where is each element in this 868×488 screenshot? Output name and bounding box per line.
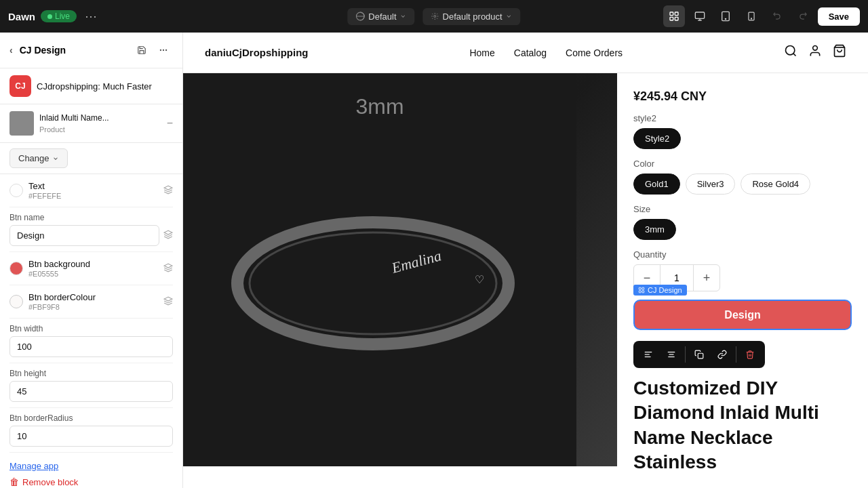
toolbar-align-center[interactable] (660, 344, 682, 365)
size-variant-group: Size 3mm (633, 204, 852, 240)
btn-border-radius-row: Btn borderRadius (9, 408, 173, 453)
btn-border-colour-hex: #FBF9F8 (28, 303, 96, 311)
change-btn-wrap: Change (0, 143, 182, 174)
store-nav-icons (784, 44, 846, 61)
btn-border-colour-text: Btn borderColour (28, 292, 96, 302)
size-option-3mm[interactable]: 3mm (633, 219, 676, 240)
product-name: Inlaid Multi Name... (39, 113, 161, 124)
product-preview: 3mm Emalina ♡ ¥245.94 CNY (183, 73, 868, 488)
toolbar-separator-2 (736, 346, 736, 363)
svg-rect-3 (675, 12, 678, 16)
selection-tool-icon[interactable] (663, 5, 685, 27)
btn-bg-layers-icon[interactable] (163, 263, 173, 274)
nav-catalog[interactable]: Catalog (514, 47, 547, 58)
style-options: Style2 (633, 128, 852, 149)
more-button[interactable]: ⋯ (82, 9, 100, 24)
color-option-gold1[interactable]: Gold1 (633, 174, 680, 195)
svg-rect-25 (639, 291, 641, 293)
btn-name-input[interactable] (9, 225, 159, 246)
theme-selector[interactable]: Default (347, 8, 414, 25)
toolbar-trash[interactable] (739, 344, 761, 365)
btn-border-layers-icon[interactable] (163, 296, 173, 308)
toolbar-separator-1 (685, 346, 686, 363)
svg-point-12 (163, 49, 164, 51)
design-button[interactable]: Design (633, 300, 852, 330)
cj-badge-text: CJ Design (648, 286, 682, 294)
live-badge: Live (41, 10, 77, 22)
btn-name-row: Btn name (9, 207, 173, 252)
app-name: CJdropshipping: Much Faster (37, 81, 152, 92)
text-color-label: Text #FEFEFE (9, 181, 61, 200)
toolbar-link[interactable] (711, 344, 733, 365)
btn-border-swatch[interactable] (9, 295, 23, 308)
product-description: Customized DIY Diamond Inlaid Multi Name… (633, 376, 852, 475)
svg-text:♡: ♡ (475, 274, 484, 285)
trash-icon: 🗑 (9, 476, 19, 487)
svg-rect-23 (639, 287, 641, 289)
sidebar: ‹ CJ Design CJ CJdropshipping: Much Fast… (0, 33, 183, 488)
top-bar-right: Save (663, 5, 860, 27)
account-icon[interactable] (808, 44, 822, 61)
style-label: style2 (633, 113, 852, 123)
product-selector[interactable]: Default product (423, 8, 521, 25)
product-image-svg: 3mm Emalina ♡ (183, 73, 576, 466)
back-button[interactable]: ‹ (9, 45, 13, 56)
btn-height-label: Btn height (9, 369, 173, 378)
sidebar-header: ‹ CJ Design (0, 33, 182, 68)
color-variant-group: Color Gold1 Silver3 Rose Gold4 (633, 159, 852, 195)
store-nav: daniuCjDropshipping Home Catalog Come Or… (183, 33, 868, 73)
btn-border-radius-input[interactable] (9, 426, 173, 447)
quantity-increase[interactable]: + (694, 265, 719, 291)
svg-point-14 (785, 46, 794, 55)
redo-button[interactable] (792, 5, 814, 27)
live-label: Live (55, 12, 70, 21)
top-bar: Dawn Live ⋯ Default Default product (0, 0, 868, 33)
style-option-style2[interactable]: Style2 (633, 128, 681, 149)
text-color-swatch[interactable] (9, 184, 23, 197)
btn-name-label: Btn name (9, 213, 173, 222)
cart-icon[interactable] (833, 44, 846, 61)
text-layers-icon[interactable] (163, 185, 173, 197)
text-color-hex: #FEFEFE (28, 192, 61, 200)
nav-come-orders[interactable]: Come Orders (566, 47, 623, 58)
app-badge: CJ CJdropshipping: Much Faster (0, 68, 182, 104)
btn-height-input[interactable] (9, 381, 173, 402)
svg-rect-5 (675, 17, 678, 20)
color-option-silver3[interactable]: Silver3 (686, 174, 736, 195)
text-label: Text (28, 181, 61, 191)
remove-block-link[interactable]: 🗑 Remove block (9, 476, 173, 487)
desktop-icon[interactable] (689, 5, 711, 27)
manage-app-link[interactable]: Manage app (9, 461, 173, 471)
svg-point-11 (160, 49, 161, 51)
tablet-icon[interactable] (715, 5, 736, 27)
svg-rect-4 (670, 17, 673, 20)
btn-bg-text: Btn background (28, 259, 90, 269)
text-color-row: Text #FEFEFE (9, 174, 173, 207)
product-info: Inlaid Multi Name... Product (39, 113, 161, 134)
sidebar-save-icon[interactable] (132, 41, 151, 60)
btn-name-layers-icon[interactable] (163, 230, 173, 241)
btn-width-input[interactable] (9, 336, 173, 357)
theme-label: Default (368, 12, 396, 22)
btn-bg-hex: #E05555 (28, 270, 90, 278)
search-icon[interactable] (784, 44, 797, 61)
mobile-icon[interactable] (741, 5, 762, 27)
nav-home[interactable]: Home (469, 47, 494, 58)
save-button[interactable]: Save (818, 7, 860, 26)
collapse-icon[interactable]: − (167, 117, 173, 129)
color-option-rose-gold4[interactable]: Rose Gold4 (741, 174, 810, 195)
change-button[interactable]: Change (9, 148, 68, 168)
change-label: Change (18, 153, 50, 163)
product-block: Inlaid Multi Name... Product − (0, 104, 182, 143)
style-variant-group: style2 Style2 (633, 113, 852, 149)
preview-area: daniuCjDropshipping Home Catalog Come Or… (183, 33, 868, 488)
undo-button[interactable] (766, 5, 788, 27)
settings-section: Text #FEFEFE Btn name (0, 174, 182, 453)
svg-point-10 (751, 18, 751, 19)
color-options: Gold1 Silver3 Rose Gold4 (633, 174, 852, 195)
quantity-label: Quantity (633, 249, 852, 260)
sidebar-more-icon[interactable] (154, 41, 173, 60)
toolbar-copy[interactable] (688, 344, 710, 365)
toolbar-align-left[interactable] (637, 344, 659, 365)
btn-bg-swatch[interactable] (9, 262, 23, 275)
